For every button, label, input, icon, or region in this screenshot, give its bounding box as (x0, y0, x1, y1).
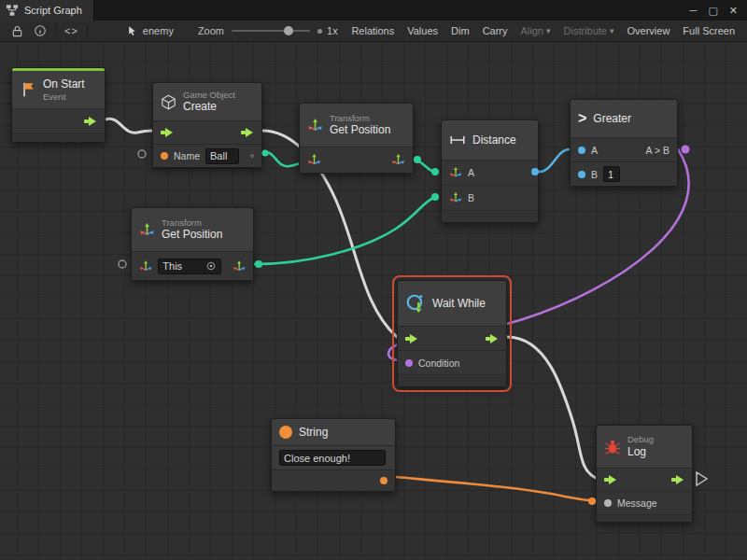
node-footer (12, 133, 105, 142)
zoom-label: Zoom (198, 25, 224, 36)
vector3-input-b-port[interactable] (449, 191, 462, 204)
node-wait-while[interactable]: Wait While Condition (397, 280, 507, 387)
minimize-icon[interactable]: ─ (690, 5, 698, 17)
node-footer (597, 514, 692, 522)
node-header: String (272, 419, 395, 445)
overview-button[interactable]: Overview (621, 21, 677, 41)
name-input-port[interactable] (161, 152, 168, 160)
flow-output-port[interactable] (84, 116, 97, 127)
condition-input-port[interactable] (405, 359, 413, 367)
vector3-input-a-port[interactable] (449, 166, 462, 179)
input-b-label: B (591, 169, 598, 180)
close-icon[interactable]: ✕ (729, 5, 738, 17)
cursor-icon (121, 21, 143, 41)
transform-input-port[interactable] (139, 259, 152, 273)
wire-flow-onstart-to-create[interactable] (106, 119, 152, 133)
wire-flow-waitwhile-to-log[interactable] (507, 337, 596, 478)
node-subtitle: Debug (627, 434, 654, 445)
input-a-port[interactable] (578, 147, 585, 154)
values-button[interactable]: Values (401, 21, 444, 41)
node-header: Distance (442, 120, 538, 160)
node-header: On Start Event (12, 71, 105, 108)
message-input-port[interactable] (604, 499, 612, 507)
node-gameobject-create[interactable]: Game Object Create Name (152, 82, 262, 168)
condition-label: Condition (418, 357, 459, 369)
node-title: Create (183, 100, 235, 114)
node-title: Log (627, 445, 654, 459)
bug-icon (604, 439, 621, 455)
node-title: Wait While (432, 297, 486, 310)
node-on-start-event[interactable]: On Start Event (11, 67, 106, 143)
node-title: Get Position (330, 123, 390, 137)
flow-input-port[interactable] (405, 333, 418, 344)
node-header: > Greater (571, 100, 677, 137)
string-value-field[interactable] (279, 450, 386, 466)
name-value-field[interactable] (205, 148, 239, 164)
align-button[interactable]: Align ▾ (514, 21, 557, 41)
target-dropdown[interactable]: This (158, 259, 220, 274)
node-header: Transform Get Position (132, 208, 253, 251)
script-graph-icon (6, 4, 19, 17)
distribute-button[interactable]: Distribute ▾ (557, 21, 621, 41)
zoom-reset-dot[interactable] (317, 29, 322, 34)
toolbar-separator (55, 24, 56, 37)
node-get-position-top[interactable]: Transform Get Position (299, 103, 414, 174)
zoom-slider-knob[interactable] (284, 26, 293, 35)
node-title: Greater (593, 112, 631, 125)
wire-getposition-to-distance-a[interactable] (414, 160, 435, 172)
wire-string-to-message[interactable] (396, 477, 596, 501)
transform-icon (307, 118, 323, 133)
graph-canvas[interactable]: On Start Event Game Object Create Name (0, 42, 747, 560)
vector3-output-port[interactable] (233, 259, 246, 273)
message-label: Message (617, 497, 657, 509)
tab-script-graph[interactable]: Script Graph (0, 0, 94, 21)
dim-button[interactable]: Dim (444, 21, 476, 41)
zoom-slider[interactable] (232, 30, 310, 32)
wire-getposition-to-distance-b[interactable] (254, 197, 435, 264)
chevron-down-icon: ▾ (546, 26, 551, 35)
flow-input-port[interactable] (604, 474, 617, 485)
graph-breadcrumb-name[interactable]: enemy (143, 25, 174, 36)
node-footer (442, 210, 538, 222)
node-footer (398, 374, 506, 386)
greater-icon: > (578, 111, 586, 126)
node-title: String (299, 426, 328, 439)
flow-output-port[interactable] (241, 127, 254, 138)
node-subtitle: Game Object (183, 90, 235, 101)
zoom-value: 1x (327, 25, 338, 36)
node-get-position-left[interactable]: Transform Get Position This (131, 207, 254, 281)
wire-distance-to-greater-a[interactable] (539, 149, 570, 172)
gameobject-output-port[interactable] (250, 149, 254, 162)
input-a-label: A (591, 145, 598, 156)
target-value: This (162, 260, 182, 272)
flow-output-port[interactable] (671, 474, 684, 485)
node-greater[interactable]: > Greater A A > B B (570, 99, 678, 187)
transform-input-port[interactable] (307, 153, 321, 167)
node-header: Game Object Create (153, 83, 261, 120)
chevron-down-icon: ▾ (610, 26, 614, 35)
node-distance[interactable]: Distance A B (441, 119, 539, 223)
window-titlebar: Script Graph ─ ▢ ✕ (0, 0, 747, 21)
node-title: Distance (472, 133, 516, 147)
flag-icon (20, 81, 36, 98)
node-string-literal[interactable]: String (271, 418, 396, 492)
info-icon[interactable] (29, 21, 51, 41)
flow-input-port[interactable] (161, 127, 174, 138)
code-icon[interactable]: <> (60, 21, 83, 41)
clock-icon (405, 293, 426, 314)
relations-button[interactable]: Relations (345, 21, 401, 41)
string-icon (279, 426, 292, 439)
vector3-output-port[interactable] (391, 153, 405, 167)
carry-button[interactable]: Carry (476, 21, 514, 41)
fullscreen-button[interactable]: Full Screen (676, 21, 741, 41)
flow-output-port[interactable] (486, 333, 499, 344)
maximize-icon[interactable]: ▢ (708, 5, 717, 17)
window-title: Script Graph (24, 5, 82, 16)
cube-icon (161, 94, 176, 110)
node-debug-log[interactable]: Debug Log Message (596, 425, 693, 523)
lock-icon[interactable] (6, 21, 29, 41)
node-subtitle: Transform (162, 217, 222, 229)
string-output-port[interactable] (380, 477, 388, 484)
b-value-field[interactable] (603, 166, 620, 182)
input-b-port[interactable] (578, 171, 585, 178)
